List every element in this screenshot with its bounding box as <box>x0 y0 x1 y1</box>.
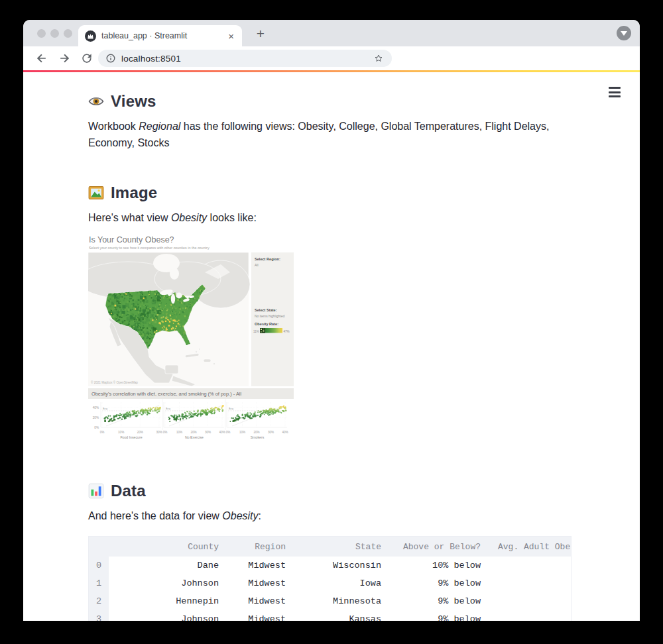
table-row: 0DaneMidwestWisconsin10% below <box>89 557 572 574</box>
new-tab-button[interactable]: + <box>251 25 270 43</box>
cell: Minnesota <box>294 592 389 610</box>
svg-text:No Exercise: No Exercise <box>185 435 204 439</box>
cell: Midwest <box>227 610 294 621</box>
app-menu-button[interactable] <box>609 87 621 100</box>
minimize-window-button[interactable] <box>50 29 59 38</box>
bar-chart-icon <box>88 483 104 499</box>
viz-filter-panel: Select Region: All Select State: No item… <box>251 252 294 386</box>
select-state-value[interactable]: No items highlighted <box>255 314 285 318</box>
column-header: Region <box>227 537 294 557</box>
maximize-window-button[interactable] <box>64 29 72 38</box>
row-index: 1 <box>89 574 109 592</box>
cell: Johnson <box>109 610 227 621</box>
svg-text:Food Insecure: Food Insecure <box>120 435 142 439</box>
column-header: Avg. Adult Obesi <box>489 537 572 557</box>
url-text[interactable]: localhost:8501 <box>121 54 373 64</box>
image-heading-label: Image <box>111 184 157 202</box>
svg-text:Avg: Avg <box>229 407 234 410</box>
reload-button[interactable] <box>80 52 93 65</box>
svg-text:40%: 40% <box>93 406 99 409</box>
cell: Midwest <box>227 592 294 610</box>
bookmark-star-icon[interactable] <box>373 53 384 64</box>
obesity-rate-legend-label: Obesity Rate: <box>255 322 278 326</box>
viz-title: Is Your County Obese? <box>89 235 174 244</box>
forward-button[interactable] <box>58 52 71 65</box>
eye-icon <box>88 93 104 109</box>
cell: 9% below <box>389 574 489 592</box>
cell: Johnson <box>109 574 227 592</box>
svg-text:20%: 20% <box>253 431 259 434</box>
legend-selected-pattern <box>260 328 265 333</box>
views-paragraph: Workbook Regional has the following view… <box>88 119 575 152</box>
svg-text:20%: 20% <box>190 431 196 434</box>
select-region-value[interactable]: All <box>255 263 259 267</box>
views-heading: Views <box>88 92 156 111</box>
svg-text:0%: 0% <box>163 431 168 434</box>
workbook-name: Regional <box>139 121 180 132</box>
cell: Midwest <box>227 574 294 592</box>
downloads-button[interactable] <box>617 26 631 40</box>
app-content: Views Workbook Regional has the followin… <box>23 72 640 621</box>
viz-subtitle: Select your county to see how it compare… <box>89 246 210 250</box>
download-arrow-icon <box>621 31 627 36</box>
view-name: Obesity <box>222 510 258 521</box>
cell <box>489 592 572 610</box>
svg-text:10%: 10% <box>118 431 124 434</box>
svg-text:40%: 40% <box>282 431 288 434</box>
browser-window: tableau_app · Streamlit × + localhost:85… <box>23 20 640 621</box>
address-bar[interactable]: localhost:8501 <box>98 50 392 67</box>
svg-text:30%: 30% <box>156 431 162 434</box>
cell: 9% below <box>389 610 489 621</box>
cell <box>489 557 572 574</box>
tab-title: tableau_app · Streamlit <box>101 31 227 40</box>
legend-min: 11% <box>253 330 259 333</box>
table-header-row: CountyRegionStateAbove or Below?Avg. Adu… <box>89 537 572 557</box>
image-caption: Here's what view Obesity looks like: <box>88 210 575 227</box>
tableau-view-image: Is Your County Obese? Select your county… <box>88 234 294 445</box>
browser-toolbar: localhost:8501 <box>23 46 640 70</box>
column-header: County <box>109 537 227 557</box>
image-heading: Image <box>88 184 157 202</box>
svg-text:0%: 0% <box>226 431 231 434</box>
cell: Dane <box>109 557 227 574</box>
svg-text:30%: 30% <box>268 431 274 434</box>
row-index: 3 <box>89 610 109 621</box>
views-heading-label: Views <box>111 92 156 111</box>
tab-strip: tableau_app · Streamlit × + <box>23 20 640 46</box>
svg-text:Smokers: Smokers <box>251 435 265 439</box>
cell: Iowa <box>294 574 389 592</box>
view-name: Obesity <box>171 212 207 223</box>
data-heading-label: Data <box>111 482 146 500</box>
column-header <box>89 537 109 557</box>
cell: Hennepin <box>109 592 227 610</box>
cell <box>489 574 572 592</box>
select-region-label: Select Region: <box>255 257 280 261</box>
choropleth-map[interactable] <box>88 252 250 386</box>
back-button[interactable] <box>35 52 48 65</box>
table-row: 1JohnsonMidwestIowa9% below <box>89 574 572 592</box>
map-attribution: © 2021 Mapbox © OpenStreetMap <box>91 380 138 384</box>
site-info-icon[interactable] <box>106 54 115 63</box>
cell: Wisconsin <box>294 557 389 574</box>
row-index: 0 <box>89 557 109 574</box>
close-window-button[interactable] <box>37 29 46 38</box>
cell: Kansas <box>294 610 389 621</box>
svg-text:40%: 40% <box>219 431 225 434</box>
svg-text:0%: 0% <box>100 431 105 434</box>
svg-text:30%: 30% <box>205 431 211 434</box>
column-header: Above or Below? <box>389 537 489 557</box>
select-state-label: Select State: <box>255 308 277 312</box>
cell <box>489 610 572 621</box>
data-caption: And here's the data for view Obesity: <box>88 508 575 525</box>
svg-text:0%: 0% <box>94 426 99 429</box>
column-header: State <box>294 537 389 557</box>
dataframe[interactable]: CountyRegionStateAbove or Below?Avg. Adu… <box>88 536 572 621</box>
tab-close-icon[interactable]: × <box>227 30 235 42</box>
table-row: 2HennepinMidwestMinnesota9% below <box>89 592 572 610</box>
data-heading: Data <box>88 482 146 500</box>
row-index: 2 <box>89 592 109 610</box>
streamlit-favicon-icon <box>85 30 96 42</box>
cell: Midwest <box>227 557 294 574</box>
browser-tab[interactable]: tableau_app · Streamlit × <box>78 25 242 46</box>
svg-text:20%: 20% <box>93 416 99 419</box>
